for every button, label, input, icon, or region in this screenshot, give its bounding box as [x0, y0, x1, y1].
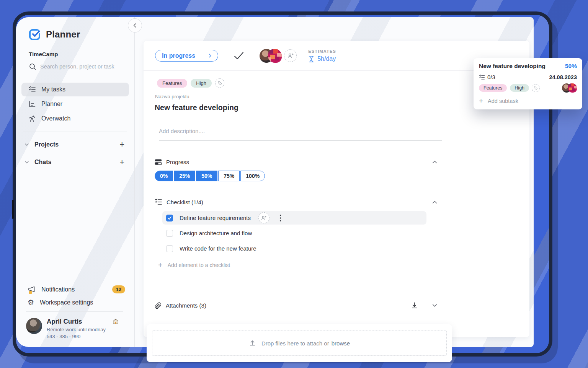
description-input[interactable]: Add description.... [159, 128, 442, 141]
checklist-item[interactable]: Define feature requirements [162, 211, 426, 225]
add-tag-button[interactable] [215, 78, 224, 88]
checklist-item-label: Define feature requirements [180, 215, 251, 221]
item-menu-button[interactable] [279, 214, 281, 222]
task-title[interactable]: New feature developing [155, 103, 518, 112]
preview-title: New feature developing [479, 63, 565, 70]
checklist-item[interactable]: Write code for the new feature [162, 242, 426, 255]
progress-option-25[interactable]: 25% [174, 171, 195, 181]
menu-label: Planner [41, 101, 62, 107]
search-icon [29, 63, 36, 70]
home-icon [112, 318, 119, 325]
group-label: Projects [34, 141, 115, 148]
add-assignee-button[interactable] [284, 49, 297, 62]
attachments-dropzone-card: Drop files here to attach or browse [147, 324, 452, 362]
collapse-checklist-button[interactable] [431, 199, 438, 206]
progress-option-75[interactable]: 75% [218, 171, 240, 181]
collapse-progress-button[interactable] [431, 158, 438, 166]
app-title: Planner [46, 29, 80, 40]
search-input[interactable] [40, 64, 127, 70]
status-next-button[interactable] [202, 50, 218, 61]
tag-features[interactable]: Features [479, 84, 507, 92]
collapse-attachments-button[interactable] [431, 302, 438, 309]
user-profile[interactable]: April Curtis Remote work until modnay 54… [26, 318, 126, 339]
complete-task-button[interactable] [233, 51, 245, 61]
notifications-badge: 12 [112, 285, 125, 293]
notifications-label: Notifications [41, 286, 75, 293]
progress-option-50[interactable]: 50% [196, 171, 217, 181]
tasks-icon [28, 86, 36, 93]
notifications-item[interactable]: Notifications 12 [28, 285, 125, 293]
desktop-background: Planner TimeCamp [0, 0, 588, 368]
sidebar-group-chats[interactable]: Chats + [24, 153, 124, 171]
checklist-item-label: Design architecture and flow [180, 230, 252, 236]
sidebar: Planner TimeCamp [16, 17, 135, 347]
plus-icon: + [479, 97, 483, 104]
assignee-avatar [568, 83, 577, 93]
search-bar[interactable] [29, 63, 127, 74]
tag-high[interactable]: High [191, 79, 212, 88]
paperclip-icon [155, 302, 162, 309]
assignee-avatar[interactable] [268, 49, 282, 63]
divider [23, 132, 127, 132]
gear-icon: ⚙︎ [28, 299, 34, 306]
tag-high[interactable]: High [510, 84, 529, 92]
checklist-items: Define feature requirements [155, 211, 518, 255]
hourglass-icon [308, 55, 314, 63]
progress-section-label: Progress [166, 159, 189, 165]
task-body: Features High Nazwa projektu New feature… [144, 71, 529, 337]
attachments-section-label: Attachments (3) [166, 302, 206, 309]
checklist-section-label: Checklist (1/4) [167, 199, 203, 205]
checklist-icon [479, 74, 485, 80]
task-header: In progress [144, 41, 529, 71]
menu-label: My tasks [41, 86, 65, 93]
browse-link[interactable]: browse [332, 340, 350, 347]
sidebar-group-projects[interactable]: Projects + [24, 136, 124, 153]
workspace-name: TimeCamp [29, 51, 134, 57]
add-tag-button[interactable] [532, 84, 540, 92]
checklist-icon [155, 198, 162, 206]
add-element-label: Add element to a checklist [168, 262, 230, 268]
download-all-button[interactable] [411, 302, 418, 309]
progress-section-header: Progress [155, 158, 518, 166]
tag-features[interactable]: Features [157, 79, 187, 88]
sidebar-item-my-tasks[interactable]: My tasks [21, 83, 129, 96]
progress-option-100[interactable]: 100% [240, 171, 265, 181]
app-surface: Planner TimeCamp [16, 17, 534, 347]
progress-option-0[interactable]: 0% [155, 171, 173, 181]
file-dropzone[interactable]: Drop files here to attach or browse [152, 331, 447, 356]
preview-due-date: 24.08.2023 [549, 74, 577, 80]
task-detail-panel: In progress [144, 41, 529, 337]
checklist-item[interactable]: Design architecture and flow [162, 226, 426, 240]
task-preview-card[interactable]: New feature developing 50% 0/3 24.08.202… [474, 58, 582, 109]
planner-logo-icon [28, 28, 41, 41]
settings-label: Workspace settings [40, 299, 93, 306]
chevron-down-icon[interactable] [24, 142, 30, 148]
profile-status: Remote work until modnay [47, 327, 106, 332]
checkbox[interactable] [166, 245, 173, 252]
chevron-down-icon[interactable] [24, 159, 30, 165]
progress-icon [155, 159, 162, 165]
sidebar-item-planner[interactable]: Planner [21, 97, 129, 111]
add-project-button[interactable]: + [119, 140, 124, 149]
add-subtask-label: Add subtask [488, 98, 518, 104]
workspace-settings-item[interactable]: ⚙︎ Workspace settings [28, 299, 125, 306]
estimates-block[interactable]: ESTIMATES 5h/day [308, 49, 336, 63]
profile-name: April Curtis [47, 318, 106, 326]
add-checklist-element-button[interactable]: + Add element to a checklist [158, 261, 518, 269]
status-button[interactable]: In progress [155, 50, 218, 62]
tags-row: Features High [157, 78, 518, 88]
app-window: Planner TimeCamp [13, 11, 552, 357]
collapse-sidebar-button[interactable] [128, 18, 142, 33]
project-link[interactable]: Nazwa projektu [155, 94, 189, 99]
sidebar-item-overwatch[interactable]: Overwatch [21, 112, 129, 125]
add-subtask-button[interactable]: + Add subtask [479, 97, 577, 104]
megaphone-icon [28, 285, 36, 293]
avatar [26, 318, 42, 334]
checkbox[interactable] [166, 215, 173, 221]
assign-checklist-item-button[interactable] [258, 212, 270, 223]
checkbox[interactable] [166, 230, 173, 237]
add-chat-button[interactable]: + [119, 158, 124, 166]
divider [26, 311, 123, 312]
frame-notch [12, 200, 14, 219]
checklist-item-label: Write code for the new feature [180, 245, 256, 252]
